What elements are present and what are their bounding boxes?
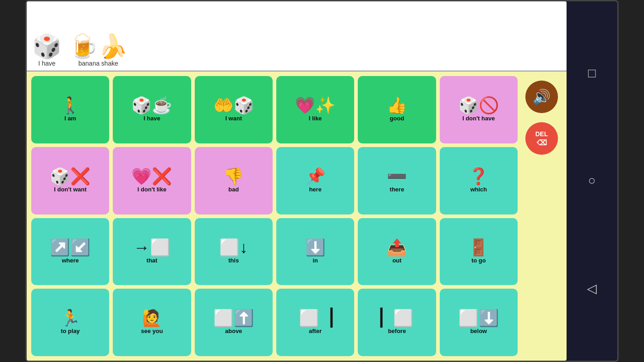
icon-i-want: 🤲🎲 (213, 97, 254, 114)
btn-i-want[interactable]: 🤲🎲 I want (195, 76, 273, 143)
sentence-item-i-have: 🎲 I have (32, 34, 62, 67)
label-that: that (147, 257, 158, 264)
del-text: DEL (535, 130, 548, 138)
nav-bar: □ ○ ◁ (567, 1, 617, 361)
btn-bad[interactable]: 👎 bad (195, 147, 273, 214)
btn-i-am[interactable]: 🚶 I am (31, 76, 109, 143)
icon-see-you: 🙋 (142, 310, 162, 326)
icon-here: 📌 (305, 168, 326, 185)
sentence-bar: 🎲 I have 🍺🍌 banana shake (27, 1, 567, 71)
icon-i-like: 💗✨ (295, 97, 336, 114)
btn-i-like[interactable]: 💗✨ I like (276, 76, 354, 143)
label-where: where (62, 257, 79, 264)
label-here: here (309, 186, 321, 193)
label-there: there (390, 186, 404, 193)
btn-here[interactable]: 📌 here (276, 147, 354, 214)
label-after: after (309, 328, 322, 334)
label-i-dont-like: I don't like (138, 186, 167, 193)
label-i-dont-have: I don't have (462, 115, 495, 122)
icon-after: ⬜▕ (299, 310, 332, 326)
sentence-icon-i-have: 🎲 (32, 34, 62, 58)
label-i-like: I like (309, 115, 322, 122)
icon-in: ⬇️ (305, 239, 326, 256)
speaker-icon: 🔊 (533, 88, 551, 105)
btn-good[interactable]: 👍 good (358, 76, 436, 143)
btn-there[interactable]: ➖ there (358, 147, 436, 214)
label-below: below (470, 328, 487, 334)
nav-square-icon[interactable]: □ (588, 66, 596, 81)
icon-i-dont-have: 🎲🚫 (458, 97, 499, 114)
buttons-grid: 🚶 I am 🎲☕ I have 🤲🎲 I want 💗✨ I like 👍 (31, 76, 518, 356)
btn-out[interactable]: 📤 out (358, 218, 436, 286)
phone-frame: 🎲 I have 🍺🍌 banana shake 🚶 I am 🎲☕ I hav… (25, 0, 619, 362)
label-which: which (470, 186, 487, 193)
icon-i-have: 🎲☕ (131, 97, 172, 114)
sentence-item-banana-shake: 🍺🍌 banana shake (69, 34, 128, 67)
label-good: good (390, 115, 404, 122)
btn-before[interactable]: ▏⬜ before (358, 289, 436, 356)
label-out: out (392, 257, 401, 264)
label-i-want: I want (225, 115, 242, 122)
icon-to-play: 🏃 (60, 310, 81, 326)
icon-which: ❓ (468, 168, 489, 185)
label-before: before (388, 328, 406, 334)
btn-to-play[interactable]: 🏃 to play (31, 289, 109, 356)
btn-below[interactable]: ⬜⬇️ below (440, 289, 518, 356)
btn-see-you[interactable]: 🙋 see you (113, 289, 191, 356)
del-icon: ⌫ (537, 138, 547, 147)
sentence-label-banana-shake: banana shake (78, 60, 118, 67)
btn-i-dont-have[interactable]: 🎲🚫 I don't have (440, 76, 518, 143)
label-in: in (312, 257, 318, 264)
nav-circle-icon[interactable]: ○ (588, 173, 596, 188)
icon-where: ↗️↙️ (50, 239, 91, 256)
grid-area: 🚶 I am 🎲☕ I have 🤲🎲 I want 💗✨ I like 👍 (27, 71, 567, 361)
icon-bad: 👎 (223, 168, 244, 185)
btn-which[interactable]: ❓ which (440, 147, 518, 214)
label-bad: bad (228, 186, 239, 193)
icon-to-go: 🚪 (468, 239, 489, 256)
icon-i-dont-like: 💗❌ (131, 168, 172, 185)
icon-that: →⬜ (134, 239, 170, 256)
btn-i-have[interactable]: 🎲☕ I have (113, 76, 191, 143)
nav-back-icon[interactable]: ◁ (587, 281, 597, 296)
speak-button[interactable]: 🔊 (525, 81, 558, 113)
btn-i-dont-want[interactable]: 🎲❌ I don't want (31, 147, 109, 214)
icon-there: ➖ (387, 168, 407, 185)
btn-this[interactable]: ⬜↓ this (195, 218, 273, 286)
label-to-play: to play (61, 328, 80, 334)
icon-i-am: 🚶 (60, 97, 81, 114)
delete-button[interactable]: DEL ⌫ (525, 122, 558, 155)
btn-after[interactable]: ⬜▕ after (276, 289, 354, 356)
icon-i-dont-want: 🎲❌ (50, 168, 91, 185)
icon-out: 📤 (387, 239, 407, 256)
label-i-have: I have (144, 115, 160, 122)
sentence-icon-banana-shake: 🍺🍌 (69, 34, 128, 58)
btn-above[interactable]: ⬜⬆️ above (195, 289, 273, 356)
btn-i-dont-like[interactable]: 💗❌ I don't like (113, 147, 191, 214)
side-controls: 🔊 DEL ⌫ (521, 76, 562, 356)
btn-where[interactable]: ↗️↙️ where (31, 218, 109, 286)
label-i-dont-want: I don't want (54, 186, 87, 193)
btn-to-go[interactable]: 🚪 to go (440, 218, 518, 286)
screen: 🎲 I have 🍺🍌 banana shake 🚶 I am 🎲☕ I hav… (27, 1, 567, 361)
icon-before: ▏⬜ (380, 310, 413, 326)
icon-below: ⬜⬇️ (458, 310, 499, 326)
icon-good: 👍 (387, 97, 407, 114)
label-see-you: see you (141, 328, 163, 334)
icon-this: ⬜↓ (219, 239, 248, 256)
label-this: this (228, 257, 239, 264)
btn-in[interactable]: ⬇️ in (276, 218, 354, 286)
btn-that[interactable]: →⬜ that (113, 218, 191, 286)
icon-above: ⬜⬆️ (213, 310, 254, 326)
label-above: above (225, 328, 242, 334)
label-i-am: I am (64, 115, 76, 122)
sentence-label-i-have: I have (38, 60, 55, 67)
label-to-go: to go (471, 257, 486, 264)
